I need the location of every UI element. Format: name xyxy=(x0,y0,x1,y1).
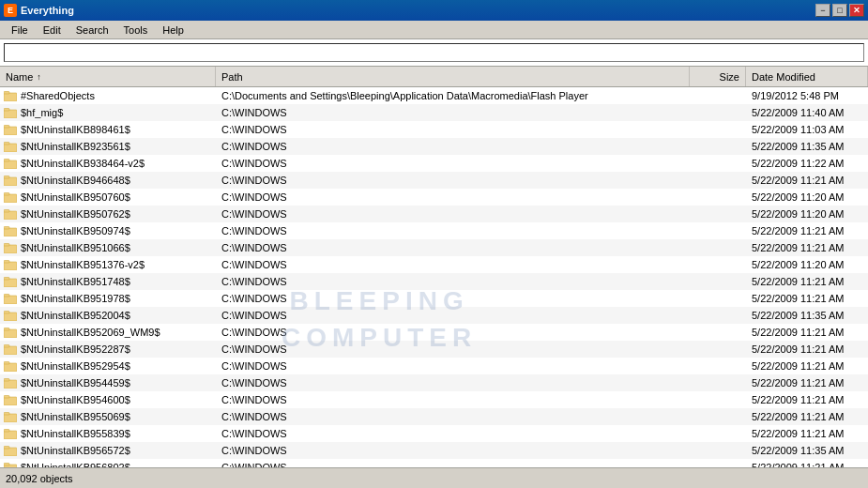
menu-edit[interactable]: Edit xyxy=(36,23,69,38)
svg-rect-42 xyxy=(4,448,17,456)
menu-search[interactable]: Search xyxy=(69,23,116,38)
app-title: Everything xyxy=(21,5,74,16)
file-date: 5/22/2009 11:20 AM xyxy=(746,259,868,270)
table-row[interactable]: $NtUninstallKB956572$ C:\WINDOWS 5/22/20… xyxy=(0,442,868,459)
file-date: 5/22/2009 11:40 AM xyxy=(746,107,868,118)
svg-rect-10 xyxy=(4,177,17,186)
svg-rect-32 xyxy=(4,363,17,372)
maximize-button[interactable]: □ xyxy=(832,4,847,17)
table-row[interactable]: $NtUninstallKB951066$ C:\WINDOWS 5/22/20… xyxy=(0,239,868,256)
search-input[interactable] xyxy=(4,43,864,62)
svg-rect-27 xyxy=(4,312,9,314)
file-path: C:\WINDOWS xyxy=(216,225,690,236)
status-bar: 20,092 objects xyxy=(0,467,868,488)
file-path: C:\WINDOWS xyxy=(216,310,690,321)
table-row[interactable]: $NtUninstallKB951376-v2$ C:\WINDOWS 5/22… xyxy=(0,256,868,273)
file-name: $NtUninstallKB955839$ xyxy=(0,428,216,439)
svg-rect-41 xyxy=(4,430,9,433)
file-date: 5/22/2009 11:20 AM xyxy=(746,191,868,203)
folder-icon xyxy=(4,327,17,338)
file-date: 5/22/2009 11:21 AM xyxy=(746,225,868,236)
folder-icon xyxy=(4,141,17,152)
menu-tools[interactable]: Tools xyxy=(116,23,156,38)
svg-rect-14 xyxy=(4,211,17,220)
folder-icon xyxy=(4,225,17,236)
svg-rect-24 xyxy=(4,296,17,304)
svg-rect-38 xyxy=(4,414,17,422)
minimize-button[interactable]: − xyxy=(815,4,830,17)
table-row[interactable]: $NtUninstallKB950760$ C:\WINDOWS 5/22/20… xyxy=(0,189,868,206)
table-row[interactable]: $NtUninstallKB955839$ C:\WINDOWS 5/22/20… xyxy=(0,425,868,442)
table-row[interactable]: #SharedObjects C:\Documents and Settings… xyxy=(0,87,868,104)
svg-rect-17 xyxy=(4,227,9,230)
file-name: $NtUninstallKB950760$ xyxy=(0,191,216,203)
table-row[interactable]: $NtUninstallKB951748$ C:\WINDOWS 5/22/20… xyxy=(0,273,868,290)
folder-icon xyxy=(4,377,17,389)
svg-rect-25 xyxy=(4,295,9,297)
table-row[interactable]: $hf_mig$ C:\WINDOWS 5/22/2009 11:40 AM xyxy=(0,104,868,121)
svg-rect-4 xyxy=(4,127,17,135)
file-date: 9/19/2012 5:48 PM xyxy=(746,90,868,101)
file-path: C:\WINDOWS xyxy=(216,158,690,169)
file-name: $NtUninstallKB946648$ xyxy=(0,175,216,186)
file-path: C:\WINDOWS xyxy=(216,394,690,405)
folder-icon xyxy=(4,124,17,135)
file-name: $NtUninstallKB950762$ xyxy=(0,208,216,220)
folder-icon xyxy=(4,259,17,270)
table-row[interactable]: $NtUninstallKB946648$ C:\WINDOWS 5/22/20… xyxy=(0,172,868,189)
svg-rect-33 xyxy=(4,362,9,365)
file-path: C:\WINDOWS xyxy=(216,411,690,422)
file-name: $NtUninstallKB951978$ xyxy=(0,293,216,304)
file-path: C:\WINDOWS xyxy=(216,107,690,118)
table-row[interactable]: $NtUninstallKB938464-v2$ C:\WINDOWS 5/22… xyxy=(0,155,868,172)
file-path: C:\WINDOWS xyxy=(216,377,690,389)
table-row[interactable]: $NtUninstallKB952069_WM9$ C:\WINDOWS 5/2… xyxy=(0,324,868,341)
table-row[interactable]: $NtUninstallKB950974$ C:\WINDOWS 5/22/20… xyxy=(0,222,868,239)
file-date: 5/22/2009 11:20 AM xyxy=(746,208,868,220)
file-date: 5/22/2009 11:21 AM xyxy=(746,428,868,439)
file-name: $NtUninstallKB956572$ xyxy=(0,445,216,456)
svg-rect-8 xyxy=(4,160,17,169)
folder-icon xyxy=(4,310,17,321)
svg-rect-0 xyxy=(4,93,17,101)
window-controls: − □ ✕ xyxy=(815,4,864,17)
table-row[interactable]: $NtUninstallKB955069$ C:\WINDOWS 5/22/20… xyxy=(0,408,868,425)
file-date: 5/22/2009 11:21 AM xyxy=(746,411,868,422)
table-row[interactable]: $NtUninstallKB952287$ C:\WINDOWS 5/22/20… xyxy=(0,341,868,358)
table-row[interactable]: $NtUninstallKB951978$ C:\WINDOWS 5/22/20… xyxy=(0,290,868,307)
file-date: 5/22/2009 11:21 AM xyxy=(746,327,868,338)
folder-icon xyxy=(4,158,17,169)
table-row[interactable]: $NtUninstallKB954459$ C:\WINDOWS 5/22/20… xyxy=(0,374,868,391)
file-path: C:\WINDOWS xyxy=(216,293,690,304)
svg-rect-26 xyxy=(4,313,17,321)
file-name: $NtUninstallKB923561$ xyxy=(0,141,216,152)
svg-rect-21 xyxy=(4,261,9,264)
close-button[interactable]: ✕ xyxy=(849,4,864,17)
file-path: C:\WINDOWS xyxy=(216,124,690,135)
title-bar: E Everything − □ ✕ xyxy=(0,0,868,21)
col-header-name[interactable]: Name ↑ xyxy=(0,67,216,86)
table-row[interactable]: $NtUninstallKB952004$ C:\WINDOWS 5/22/20… xyxy=(0,307,868,324)
menu-help[interactable]: Help xyxy=(155,23,191,38)
menu-file[interactable]: File xyxy=(4,23,36,38)
file-list-container[interactable]: #SharedObjects C:\Documents and Settings… xyxy=(0,87,868,488)
svg-rect-9 xyxy=(4,160,9,162)
file-path: C:\WINDOWS xyxy=(216,276,690,287)
file-path: C:\WINDOWS xyxy=(216,242,690,253)
file-date: 5/22/2009 11:35 AM xyxy=(746,141,868,152)
svg-rect-1 xyxy=(4,92,9,95)
file-path: C:\WINDOWS xyxy=(216,343,690,355)
table-row[interactable]: $NtUninstallKB950762$ C:\WINDOWS 5/22/20… xyxy=(0,206,868,222)
object-count: 20,092 objects xyxy=(6,473,73,484)
folder-icon xyxy=(4,360,17,372)
table-row[interactable]: $NtUninstallKB898461$ C:\WINDOWS 5/22/20… xyxy=(0,121,868,138)
col-header-path[interactable]: Path xyxy=(216,67,690,86)
svg-rect-5 xyxy=(4,126,9,129)
table-row[interactable]: $NtUninstallKB923561$ C:\WINDOWS 5/22/20… xyxy=(0,138,868,155)
svg-rect-36 xyxy=(4,397,17,405)
table-row[interactable]: $NtUninstallKB954600$ C:\WINDOWS 5/22/20… xyxy=(0,391,868,408)
svg-rect-18 xyxy=(4,245,17,253)
col-header-size[interactable]: Size xyxy=(690,67,746,86)
col-header-date[interactable]: Date Modified xyxy=(746,67,868,86)
table-row[interactable]: $NtUninstallKB952954$ C:\WINDOWS 5/22/20… xyxy=(0,358,868,374)
